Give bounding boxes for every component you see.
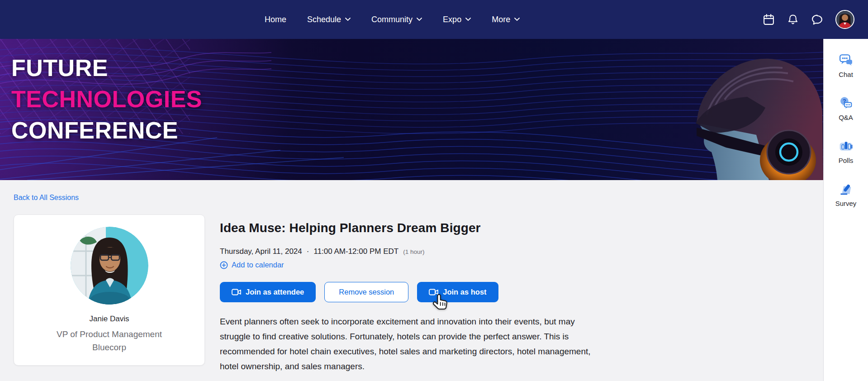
engagement-sidebar: Chat ? Q&A Polls	[823, 39, 868, 381]
sidebar-item-qa[interactable]: ? Q&A	[839, 96, 853, 121]
button-label: Join as host	[443, 288, 486, 296]
sidebar-item-survey[interactable]: Survey	[835, 182, 857, 207]
join-as-attendee-button[interactable]: Join as attendee	[220, 282, 316, 302]
dot-separator: ·	[307, 247, 309, 256]
nav-link-label: Expo	[443, 15, 461, 24]
profile-menu-button[interactable]	[835, 10, 854, 29]
sidebar-item-chat[interactable]: Chat	[839, 53, 853, 78]
button-label: Join as attendee	[246, 288, 304, 296]
join-as-host-button[interactable]: Join as host	[417, 282, 498, 302]
event-title-line2: TECHNOLOGIES	[11, 84, 202, 115]
navbar-actions	[763, 0, 854, 39]
messages-button[interactable]	[811, 14, 823, 26]
video-camera-icon	[429, 289, 438, 295]
speaker-card: Janie Davis VP of Product Management Blu…	[14, 214, 205, 366]
top-navbar: Home Schedule Community Expo More	[0, 0, 868, 39]
nav-link-label: More	[492, 15, 510, 24]
speaker-role: VP of Product Management	[23, 329, 195, 339]
chat-icon	[839, 53, 853, 66]
remove-session-button[interactable]: Remove session	[324, 282, 408, 302]
sidebar-item-label: Survey	[835, 200, 857, 207]
vr-headset-illustration	[629, 39, 823, 180]
survey-icon	[839, 182, 853, 195]
add-to-calendar-link[interactable]: Add to calendar	[220, 261, 284, 269]
button-label: Remove session	[339, 288, 394, 296]
speaker-name: Janie Davis	[23, 314, 195, 324]
sidebar-item-label: Polls	[839, 157, 854, 164]
event-title-line3: CONFERENCE	[11, 115, 202, 146]
calendar-icon	[763, 14, 775, 26]
session-title: Idea Muse: Helping Planners Dream Bigger	[220, 221, 594, 235]
nav-expo[interactable]: Expo	[443, 15, 471, 24]
add-to-calendar-label: Add to calendar	[232, 261, 284, 269]
nav-more[interactable]: More	[492, 15, 520, 24]
avatar	[835, 10, 854, 29]
speaker-photo	[71, 227, 148, 305]
session-time: 11:00 AM-12:00 PM EDT	[313, 247, 398, 256]
nav-link-label: Schedule	[307, 15, 341, 24]
plus-circle-icon	[220, 261, 228, 269]
session-actions: Join as attendee Remove session Join as …	[220, 282, 594, 302]
calendar-button[interactable]	[763, 14, 775, 26]
session-details: Idea Muse: Helping Planners Dream Bigger…	[220, 214, 594, 374]
nav-home[interactable]: Home	[265, 15, 286, 24]
polls-icon	[839, 139, 853, 152]
nav-link-label: Community	[371, 15, 413, 24]
notifications-button[interactable]	[787, 14, 799, 25]
chevron-down-icon	[345, 18, 351, 21]
event-title: FUTURE TECHNOLOGIES CONFERENCE	[11, 52, 202, 146]
attendee-hub-app: Home Schedule Community Expo More	[0, 0, 868, 381]
chevron-down-icon	[417, 18, 422, 21]
sidebar-item-label: Q&A	[839, 114, 853, 121]
chevron-down-icon	[514, 18, 520, 21]
session-datetime: Thursday, April 11, 2024 · 11:00 AM-12:0…	[220, 247, 594, 256]
session-date: Thursday, April 11, 2024	[220, 247, 302, 256]
qa-icon: ?	[839, 96, 853, 109]
sidebar-item-label: Chat	[839, 71, 853, 78]
event-banner: FUTURE TECHNOLOGIES CONFERENCE	[0, 39, 823, 180]
bell-icon	[787, 14, 799, 25]
chat-bubble-icon	[811, 14, 823, 26]
chevron-down-icon	[465, 18, 471, 21]
video-camera-icon	[232, 289, 241, 295]
session-description: Event planners often seek to incorporate…	[220, 314, 594, 374]
sidebar-item-polls[interactable]: Polls	[839, 139, 854, 164]
nav-schedule[interactable]: Schedule	[307, 15, 351, 24]
session-detail-page: Back to All Sessions	[0, 180, 823, 381]
speaker-company: Bluecorp	[23, 343, 195, 352]
primary-nav: Home Schedule Community Expo More	[265, 0, 520, 39]
nav-community[interactable]: Community	[371, 15, 422, 24]
back-to-sessions-link[interactable]: Back to All Sessions	[14, 194, 79, 202]
nav-link-label: Home	[265, 15, 286, 24]
session-duration: (1 hour)	[403, 248, 424, 255]
event-title-line1: FUTURE	[11, 52, 202, 84]
